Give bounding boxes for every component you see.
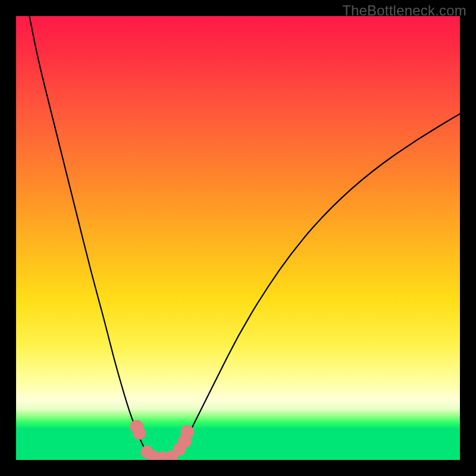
data-marker (181, 425, 195, 439)
curve-layer (16, 16, 460, 460)
data-marker (133, 427, 146, 440)
plot-area (16, 16, 460, 460)
chart-stage: TheBottleneck.com (0, 0, 476, 476)
bottleneck-curve (29, 16, 460, 460)
